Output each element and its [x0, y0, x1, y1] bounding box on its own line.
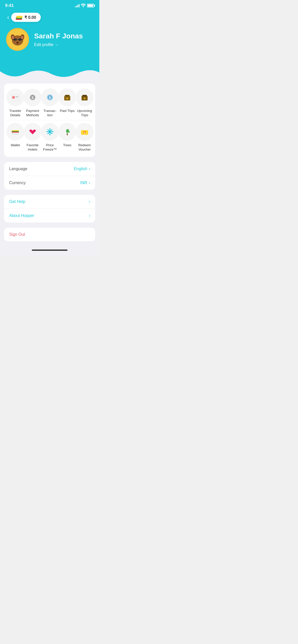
svg-rect-14 [16, 96, 18, 97]
language-row[interactable]: Language English › [4, 162, 95, 176]
svg-text:$: $ [32, 96, 34, 100]
favorite-hotels-label: Favorite Hotels [24, 143, 41, 152]
grid-row-2: Wallet Favorite Hotels [7, 123, 93, 152]
price-freeze-icon [41, 123, 59, 141]
past-trips-icon [58, 89, 76, 106]
traveler-details-label: Traveler Details [7, 109, 24, 118]
favorite-hotels-icon [24, 123, 42, 141]
traveler-details-icon [6, 89, 24, 106]
payment-methods-label: Payment Methods [24, 109, 41, 118]
profile-name: Sarah F Jonas [34, 32, 83, 40]
grid-item-trees[interactable]: Trees [59, 123, 76, 152]
grid-item-traveler-details[interactable]: Traveler Details [7, 89, 24, 118]
language-label: Language [9, 167, 27, 171]
svg-text:$: $ [49, 96, 51, 100]
battery-icon [87, 4, 94, 7]
svg-rect-13 [12, 96, 15, 99]
currency-label: Currency [9, 181, 26, 185]
get-help-label: Get Help [9, 199, 25, 204]
redeem-voucher-label: Redeem Voucher [76, 143, 93, 152]
svg-point-11 [16, 42, 19, 43]
svg-rect-15 [16, 97, 18, 98]
grid-divider [7, 120, 93, 120]
svg-rect-43 [67, 133, 68, 135]
upcoming-trips-icon [76, 89, 93, 106]
grid-item-wallet[interactable]: Wallet [7, 123, 24, 152]
svg-rect-7 [18, 38, 22, 41]
get-help-chevron-icon: › [89, 199, 90, 204]
status-bar: 9:41 [0, 0, 99, 10]
grid-item-past-trips[interactable]: Past Trips [59, 89, 76, 118]
language-chevron-icon: › [89, 167, 90, 171]
home-indicator [0, 246, 99, 256]
about-hopper-row[interactable]: About Hopper › [4, 209, 95, 223]
grid-item-favorite-hotels[interactable]: Favorite Hotels [24, 123, 41, 152]
svg-rect-33 [12, 132, 19, 133]
grid-item-price-freeze[interactable]: Price Freeze™ [41, 123, 59, 152]
sign-out-row[interactable]: Sign Out [4, 228, 95, 241]
currency-row[interactable]: Currency INR › [4, 176, 95, 190]
svg-rect-27 [82, 95, 87, 96]
wallet-icon [6, 123, 24, 141]
balance-pill[interactable]: ₹ 0.00 [11, 13, 41, 22]
grid-item-redeem-voucher[interactable]: $ Redeem Voucher [76, 123, 93, 152]
price-freeze-label: Price Freeze™ [41, 143, 59, 152]
status-time: 9:41 [5, 3, 14, 8]
past-trips-label: Past Trips [60, 109, 75, 113]
svg-rect-29 [83, 98, 86, 98]
signal-icon [75, 4, 79, 7]
transaction-icon: $ [41, 89, 59, 106]
wallet-label: Wallet [11, 143, 20, 148]
grid-item-transaction[interactable]: $ Transac-tion [41, 89, 59, 118]
svg-rect-6 [13, 38, 17, 41]
wifi-icon [81, 4, 86, 8]
home-bar [32, 250, 67, 251]
svg-text:$: $ [84, 131, 85, 134]
language-value-text: English [74, 167, 87, 171]
edit-profile-button[interactable]: Edit profile → [34, 42, 83, 47]
svg-rect-23 [65, 95, 70, 96]
profile-section: Sarah F Jonas Edit profile → [0, 23, 99, 66]
svg-rect-32 [12, 131, 19, 132]
trees-label: Trees [63, 143, 72, 148]
currency-chevron-icon: › [89, 181, 90, 185]
grid-section: Traveler Details $ Payment Methods [4, 83, 95, 157]
currency-value: INR › [80, 181, 90, 185]
get-help-row[interactable]: Get Help › [4, 195, 95, 209]
upcoming-trips-label: Upcoming Trips [76, 109, 93, 118]
settings-section: Language English › Currency INR › [4, 162, 95, 190]
grid-item-payment-methods[interactable]: $ Payment Methods [24, 89, 41, 118]
profile-info: Sarah F Jonas Edit profile → [34, 32, 83, 47]
sign-out-label: Sign Out [9, 232, 25, 237]
grid-item-upcoming-trips[interactable]: Upcoming Trips [76, 89, 93, 118]
wave-divider [0, 66, 99, 79]
redeem-voucher-icon: $ [76, 123, 93, 141]
about-hopper-label: About Hopper [9, 213, 34, 218]
back-button[interactable]: ‹ [5, 12, 11, 23]
avatar [6, 28, 29, 51]
header: ‹ ₹ 0.00 [0, 10, 99, 23]
status-icons [75, 4, 94, 8]
svg-rect-25 [66, 98, 69, 98]
trees-icon [58, 123, 76, 141]
svg-point-39 [49, 128, 50, 129]
svg-rect-34 [12, 133, 19, 135]
cards-icon [16, 15, 22, 20]
svg-point-42 [52, 131, 53, 132]
grid-row-1: Traveler Details $ Payment Methods [7, 89, 93, 118]
payment-methods-icon: $ [24, 89, 42, 106]
main-content: Traveler Details $ Payment Methods [0, 78, 99, 246]
currency-value-text: INR [80, 181, 87, 185]
about-hopper-chevron-icon: › [89, 213, 90, 218]
svg-point-41 [46, 131, 47, 132]
svg-point-40 [49, 134, 50, 135]
transaction-label: Transac-tion [41, 109, 59, 118]
balance-amount: ₹ 0.00 [24, 15, 36, 20]
language-value: English › [74, 167, 90, 171]
links-section: Get Help › About Hopper › [4, 195, 95, 223]
